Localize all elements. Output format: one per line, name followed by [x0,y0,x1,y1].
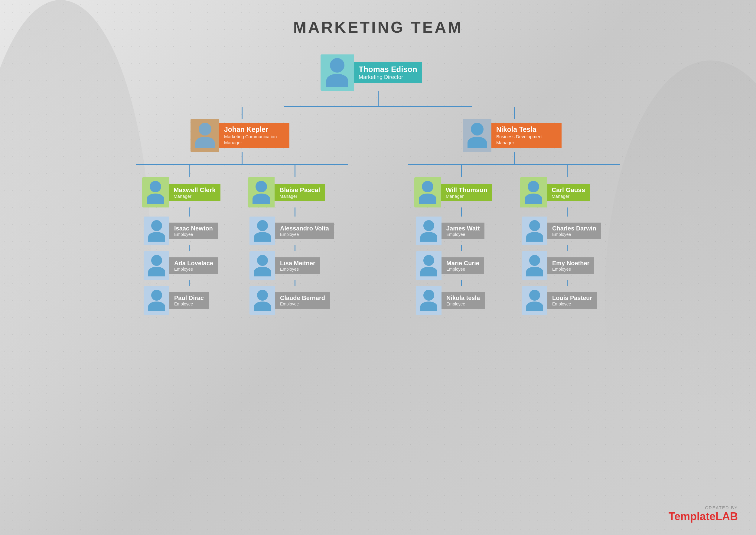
l3-4-1-avatar [522,216,547,245]
l3-4-2-name: Emy Noether [552,260,589,267]
l2-1-card: Maxwell Clerk Manager [142,177,236,208]
l3-4-2-avatar [522,251,547,280]
l3-2-1-info: Alessandro Volta Employee [275,223,334,239]
l1-left-info: Johan Kepler Marketing Communication Man… [219,123,290,148]
director-silhouette [326,58,348,87]
l2-4-card: Carl Gauss Manager [520,177,614,208]
l3-1-2-card: Ada Lovelace Employee [144,251,234,280]
avatar-body [195,137,215,148]
connector-director-down [378,91,378,106]
l3-1-2-role: Employee [174,267,213,271]
l3-2-1-role: Employee [280,232,329,237]
l2-4-employees: Charles Darwin Employee [522,216,612,315]
l3-1-1-name: Isaac Newton [174,225,213,232]
l1-connector-block [284,106,472,107]
l3-3-3-node: Nikola tesla Employee [416,286,507,315]
conn-l2-4-v [567,165,568,177]
page-title: MARKETING TEAM [24,18,732,36]
l1-left-avatar [190,119,219,152]
l1-right-avatar [463,119,491,152]
l2-3-node: Will Thomson Manager [414,177,508,208]
l2-4-role: Manager [551,194,585,199]
l3-4-3-name: Louis Pasteur [552,295,592,301]
l3-3-2-name: Marie Curie [446,260,479,267]
l1-left-card: Johan Kepler Marketing Communication Man… [190,119,293,152]
l2-3-branch: Will Thomson Manager [408,165,514,315]
l3-4-1-node: Charles Darwin Employee [522,216,612,245]
l1-h-bar [284,106,472,107]
l2-3-employees: James Watt Employee [416,216,507,315]
l3-1-2-name: Ada Lovelace [174,260,213,267]
l1-right-branch: Nikola Tesla Business Development Manage… [408,107,620,315]
l2-2-branch: Blaise Pascal Manager [242,165,348,315]
l3-3-2-card: Marie Curie Employee [416,251,507,280]
l3-3-3-avatar [416,286,441,315]
l3-1-1-avatar [144,216,169,245]
l3-1-1-card: Isaac Newton Employee [144,216,234,245]
l3-4-2-info: Emy Noether Employee [547,257,594,274]
l2-3-role: Manager [446,194,487,199]
avatar-head [330,58,345,72]
l2-1-name: Maxwell Clerk [174,186,216,194]
l3-2-3-card: Claude Bernard Employee [249,286,340,315]
l3-4-3-role: Employee [552,301,592,306]
l3-3-3-card: Nikola tesla Employee [416,286,507,315]
l3-4-3-card: Louis Pasteur Employee [522,286,612,315]
conn-l2-2-v [294,165,295,177]
l3-2-3-name: Claude Bernard [280,295,325,301]
l2-4-branch: Carl Gauss Manager [514,165,620,315]
conn-l2-3-v [461,165,462,177]
l3-2-2-role: Employee [280,267,315,271]
l3-2-3-info: Claude Bernard Employee [275,292,330,309]
l3-2-3-role: Employee [280,301,325,306]
conn-l1-right-v [514,107,515,119]
director-info: Thomas Edison Marketing Director [354,62,422,83]
l2-2-role: Manager [279,194,320,199]
l3-3-2-avatar [416,251,441,280]
watermark-brand: TemplateLAB [669,510,738,523]
conn-l2-1-v2 [189,208,190,216]
l3-1-2-avatar [144,251,169,280]
l1-right-info: Nikola Tesla Business Development Manage… [491,123,562,148]
l3-3-1-avatar [416,216,441,245]
l2-1-role: Manager [174,194,216,199]
l3-3-1-info: James Watt Employee [441,223,485,239]
l2-left-children-row: Maxwell Clerk Manager [136,165,348,315]
l1-right-name: Nikola Tesla [496,126,557,134]
l3-1-3-card: Paul Dirac Employee [144,286,234,315]
l3-1-1-role: Employee [174,232,213,237]
l3-2-2-info: Lisa Meitner Employee [275,257,320,274]
l3-3-1-node: James Watt Employee [416,216,507,245]
l3-2-2-name: Lisa Meitner [280,260,315,267]
l3-3-3-role: Employee [446,301,480,306]
l2-3-info: Will Thomson Manager [441,184,492,201]
org-chart: Thomas Edison Marketing Director [24,54,732,315]
l2-3-name: Will Thomson [446,186,487,194]
l3-3-1-name: James Watt [446,225,480,232]
l3-4-2-card: Emy Noether Employee [522,251,612,280]
l2-4-avatar [520,177,547,208]
l3-2-1-name: Alessandro Volta [280,225,329,232]
l3-2-1-avatar [249,216,275,245]
l2-1-info: Maxwell Clerk Manager [169,184,220,201]
l3-4-2-node: Emy Noether Employee [522,251,612,280]
l3-4-1-card: Charles Darwin Employee [522,216,612,245]
director-card: Thomas Edison Marketing Director [321,54,435,91]
page-background: MARKETING TEAM Thomas Edison [0,0,756,535]
l2-4-name: Carl Gauss [551,186,585,194]
watermark-brand-plain: Template [669,510,715,522]
l1-left-name: Johan Kepler [224,126,285,134]
l3-2-2-avatar [249,251,275,280]
conn-l2-1-v [189,165,190,177]
l3-1-3-info: Paul Dirac Employee [169,292,209,309]
l1-right-card: Nikola Tesla Business Development Manage… [463,119,566,152]
l3-1-3-node: Paul Dirac Employee [144,286,234,315]
l2-1-node: Maxwell Clerk Manager [142,177,236,208]
l3-4-3-avatar [522,286,547,315]
l3-3-2-info: Marie Curie Employee [441,257,484,274]
l2-2-card: Blaise Pascal Manager [248,177,342,208]
l3-2-2-node: Lisa Meitner Employee [249,251,340,280]
conn-l1-left-v [241,107,242,119]
l3-3-2-node: Marie Curie Employee [416,251,507,280]
l2-4-node: Carl Gauss Manager [520,177,614,208]
